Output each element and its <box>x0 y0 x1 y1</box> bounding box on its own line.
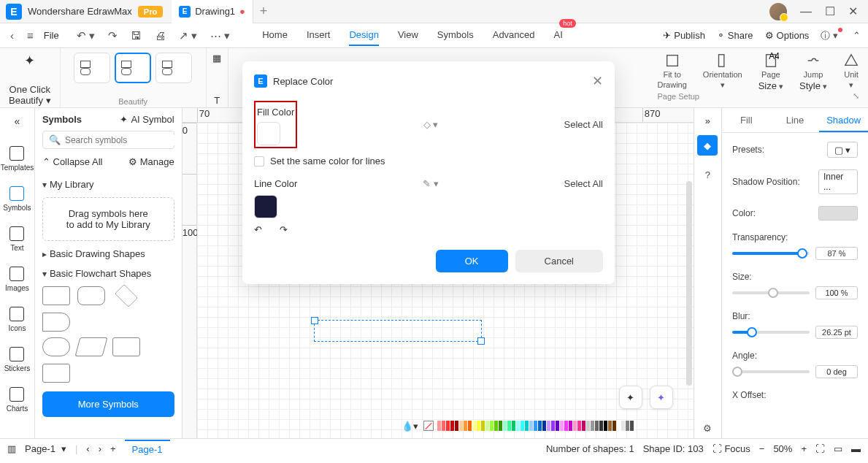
transparency-slider[interactable] <box>732 252 810 255</box>
drop-zone[interactable]: Drag symbols hereto add to My Library <box>42 197 174 241</box>
help-button[interactable]: ⓘ ▾ <box>821 29 841 42</box>
tab-ai[interactable]: AI <box>554 25 563 46</box>
collapse-rail[interactable]: « <box>15 115 20 127</box>
manage-link[interactable]: ⚙ Manage <box>128 156 174 167</box>
color-swatch[interactable] <box>442 421 445 431</box>
rail-images[interactable]: Images <box>5 267 29 292</box>
new-tab-button[interactable]: + <box>253 4 274 19</box>
rail-stickers[interactable]: Stickers <box>4 347 31 372</box>
color-swatch[interactable] <box>494 421 498 431</box>
blur-slider[interactable] <box>732 331 810 334</box>
color-swatch[interactable] <box>450 421 454 431</box>
rail-style[interactable]: ◆ <box>697 135 718 156</box>
rp-tab-shadow[interactable]: Shadow <box>819 108 868 132</box>
color-swatch[interactable] <box>464 421 467 431</box>
tab-design[interactable]: Design <box>349 25 378 46</box>
color-swatch[interactable] <box>569 421 572 431</box>
section-flowchart[interactable]: ▾ Basic Flowchart Shapes <box>42 268 174 279</box>
document-tab[interactable]: E Drawing1 ● <box>172 0 253 23</box>
color-swatch[interactable] <box>586 421 590 431</box>
dialog-undo[interactable]: ↶ <box>254 224 262 235</box>
rp-tab-fill[interactable]: Fill <box>722 108 771 132</box>
file-menu[interactable]: File <box>44 30 59 41</box>
orientation[interactable]: Orientation▾ <box>703 53 742 91</box>
color-swatch[interactable] <box>542 421 546 431</box>
fill-eyedropper[interactable]: ◇ ▾ <box>423 119 439 130</box>
fit-width-icon[interactable]: ▭ <box>834 443 842 454</box>
page-size[interactable]: A4PageSize ▾ <box>758 53 783 91</box>
shape-rounded[interactable] <box>77 286 105 305</box>
tab-home[interactable]: Home <box>262 25 288 46</box>
publish-button[interactable]: ✈Publish <box>663 29 705 42</box>
search-input[interactable] <box>65 135 174 145</box>
color-swatch[interactable] <box>621 421 625 431</box>
preset-select[interactable]: ▢ ▾ <box>827 142 858 158</box>
tab-view[interactable]: View <box>398 25 418 46</box>
color-swatch[interactable] <box>499 421 502 431</box>
fill-select-all[interactable]: Select All <box>564 119 603 130</box>
position-select[interactable]: Inner ... <box>818 169 858 194</box>
zoom-in[interactable]: + <box>801 443 807 454</box>
color-swatch[interactable] <box>608 421 612 431</box>
color-swatch[interactable] <box>626 421 629 431</box>
dialog-close[interactable]: ✕ <box>592 73 603 89</box>
angle-slider[interactable] <box>732 370 810 373</box>
color-swatch[interactable] <box>560 421 564 431</box>
color-swatch[interactable] <box>507 421 511 431</box>
ai-symbol-link[interactable]: ✦AI Symbol <box>120 114 174 125</box>
expand-panel[interactable]: » <box>705 115 710 126</box>
shape-pill[interactable] <box>42 337 70 356</box>
add-page[interactable]: + <box>110 443 116 454</box>
rail-templates[interactable]: Templates <box>1 146 34 172</box>
color-swatch[interactable] <box>617 421 621 431</box>
shape-data[interactable] <box>42 364 70 383</box>
line-eyedropper[interactable]: ✎ ▾ <box>423 178 439 189</box>
minimize-button[interactable]: — <box>800 5 812 18</box>
rail-settings[interactable]: ⚙ <box>697 418 718 438</box>
size-slider[interactable] <box>732 291 810 294</box>
expand-icon[interactable]: ⤡ <box>853 91 859 101</box>
maximize-button[interactable]: ☐ <box>825 4 835 18</box>
color-swatch[interactable] <box>599 421 603 431</box>
shape-terminator[interactable] <box>42 313 70 332</box>
color-swatch[interactable] <box>521 421 524 431</box>
page-icon[interactable]: ▥ <box>7 443 16 454</box>
color-swatch[interactable] <box>556 421 559 431</box>
float-magic[interactable]: ✦ <box>650 386 673 409</box>
print-icon[interactable]: 🖨 <box>152 28 169 43</box>
color-swatch[interactable] <box>446 421 450 431</box>
collapse-all[interactable]: ⌃ Collapse All <box>42 156 103 167</box>
rail-icons[interactable]: Icons <box>8 307 26 332</box>
color-swatch[interactable] <box>534 421 537 431</box>
color-swatch[interactable] <box>481 421 485 431</box>
beautify-style-1[interactable] <box>74 53 110 83</box>
float-sparkle[interactable]: ✦ <box>619 386 642 409</box>
dropper-icon[interactable]: 💧▾ <box>402 421 418 432</box>
color-swatch[interactable] <box>551 421 555 431</box>
hamburger-icon[interactable]: ≡ <box>24 28 37 43</box>
fill-swatch[interactable] <box>257 122 280 145</box>
back-button[interactable]: ‹ <box>7 28 17 43</box>
jump-style[interactable]: JumpStyle ▾ <box>799 53 827 91</box>
options-button[interactable]: ⚙Options <box>765 29 810 42</box>
color-swatch[interactable] <box>437 421 441 431</box>
color-swatch[interactable] <box>538 421 542 431</box>
cancel-button[interactable]: Cancel <box>515 250 603 272</box>
page-tab[interactable]: Page-1 <box>125 440 170 458</box>
shape-rect[interactable] <box>42 286 70 305</box>
line-swatch[interactable] <box>254 195 277 218</box>
section-basic-shapes[interactable]: ▸ Basic Drawing Shapes <box>42 248 174 259</box>
color-swatch[interactable] <box>604 421 607 431</box>
color-swatch[interactable] <box>490 421 493 431</box>
grid-icon[interactable]: ▦ <box>212 53 221 64</box>
line-select-all[interactable]: Select All <box>564 178 603 189</box>
shape-subprocess[interactable] <box>112 337 140 356</box>
user-avatar[interactable] <box>769 3 787 20</box>
more-icon[interactable]: ⋯ ▾ <box>207 28 233 44</box>
page-selector[interactable]: Page-1 ▾ <box>25 443 66 454</box>
next-page[interactable]: › <box>99 443 101 454</box>
rail-charts[interactable]: Charts <box>7 387 28 413</box>
no-color[interactable] <box>423 421 434 431</box>
focus-mode[interactable]: ⛶ Focus <box>713 443 750 454</box>
chevron-up-icon[interactable]: ⌃ <box>853 29 861 42</box>
